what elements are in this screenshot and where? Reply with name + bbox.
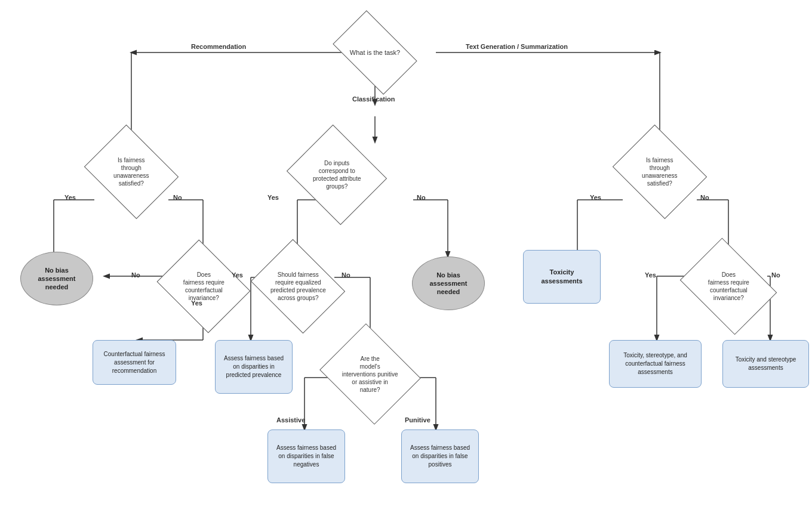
sfe-no-label: No [342, 271, 350, 279]
text-gen-edge-label: Text Generation / Summarization [466, 43, 568, 50]
fairness-counterfactual-right-label: Does fairness require counterfactual inv… [708, 271, 749, 302]
fairness-counterfactual-left-label: Does fairness require counterfactual inv… [183, 271, 224, 302]
fairness-unawareness-left-label: Is fairness through unawareness satisfie… [113, 156, 149, 187]
cf-right-yes-label: Yes [645, 271, 656, 279]
no-bias-center-oval: No bias assessment needed [412, 256, 485, 310]
assess-false-positives-label: Assess fairness based on disparities in … [407, 444, 473, 469]
toxicity-stereotype-label: Toxicity and stereotype assessments [728, 356, 804, 372]
center-yes-label: Yes [267, 194, 279, 201]
flowchart-diagram: What is the task? Classification Recomme… [0, 0, 812, 513]
right-no-label: No [700, 194, 709, 201]
fairness-unawareness-right-label: Is fairness through unawareness satisfie… [642, 156, 677, 187]
no-bias-left-label: No bias assessment needed [38, 266, 76, 292]
cf-right-no-label: No [771, 271, 780, 279]
sfe-yes-label: Yes [232, 271, 243, 279]
assistive-label: Assistive [276, 416, 305, 424]
should-fairness-equalized-label: Should fairness require equalized predic… [270, 271, 326, 302]
assess-false-negatives-label: Assess fairness based on disparities in … [273, 444, 340, 469]
left-yes-label: Yes [64, 194, 76, 201]
right-yes-label: Yes [590, 194, 601, 201]
cf-left-no-label: No [131, 271, 140, 279]
no-bias-left-oval: No bias assessment needed [20, 252, 93, 305]
no-bias-center-label: No bias assessment needed [430, 271, 467, 296]
punitive-label: Punitive [405, 416, 430, 424]
toxicity-stereotype-box: Toxicity and stereotype assessments [722, 340, 809, 388]
inputs-correspond-label: Do inputs correspond to protected attrib… [313, 159, 361, 190]
center-no-label: No [417, 194, 426, 201]
assess-false-positives-box: Assess fairness based on disparities in … [401, 429, 479, 483]
toxicity-stereotype-counterfactual-box: Toxicity, stereotype, and counterfactual… [609, 340, 702, 388]
assess-predicted-prevalence-label: Assess fairness based on disparities in … [220, 354, 287, 379]
classification-edge-label: Classification [352, 95, 395, 103]
assess-predicted-prevalence-box: Assess fairness based on disparities in … [215, 340, 293, 394]
left-no-label: No [173, 194, 182, 201]
toxicity-assessments-label: Toxicity assessments [541, 268, 582, 286]
assess-false-negatives-box: Assess fairness based on disparities in … [267, 429, 345, 483]
toxicity-stereotype-counterfactual-label: Toxicity, stereotype, and counterfactual… [614, 351, 696, 376]
recommendation-edge-label: Recommendation [191, 43, 246, 50]
counterfactual-recommendation-box: Counterfactual fairness assessment for r… [93, 340, 176, 385]
cf-left-yes-label: Yes [191, 299, 202, 307]
task-question-label: What is the task? [350, 48, 400, 57]
punitive-assistive-label: Are the model's interventions punitive o… [342, 354, 398, 393]
counterfactual-recommendation-label: Counterfactual fairness assessment for r… [98, 350, 171, 375]
toxicity-assessments-box: Toxicity assessments [523, 250, 601, 304]
